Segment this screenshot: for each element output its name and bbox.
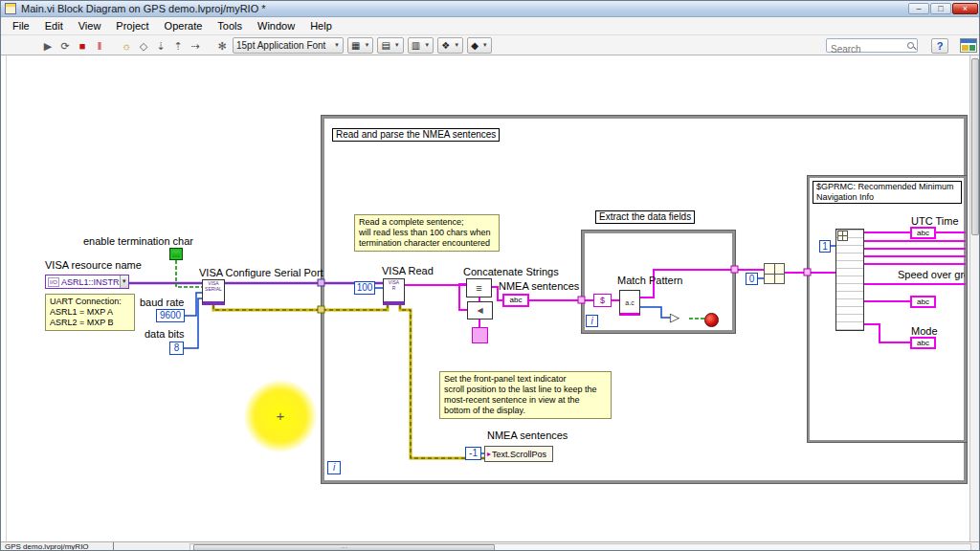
label-gprmc-title: $GPRMC: Recommended Minimum Navigation I… <box>813 181 962 204</box>
retain-wire-values-button[interactable]: ◇ <box>135 37 152 54</box>
chevron-down-icon[interactable]: ▼ <box>120 276 128 288</box>
help-button[interactable]: ? <box>931 38 948 54</box>
vertical-scrollbar[interactable] <box>969 55 979 541</box>
font-selector-dropdown[interactable]: 15pt Application Font ▼ <box>233 37 344 54</box>
match-pattern-node[interactable]: a.c <box>619 290 640 316</box>
loop-condition-terminal[interactable] <box>704 313 719 327</box>
chevron-down-icon: ▼ <box>364 42 369 48</box>
byte-count-constant[interactable]: 100 <box>354 281 375 295</box>
reorder-icon: ❖ <box>441 40 450 51</box>
search-box[interactable] <box>826 38 918 53</box>
label-concatenate-strings: Concatenate Strings <box>463 266 559 277</box>
abort-button[interactable]: ■ <box>74 37 91 54</box>
comment-scroll-position: Set the front-panel text indicator scrol… <box>439 371 612 419</box>
chevron-down-icon: ▼ <box>334 42 340 48</box>
label-extract-data-fields: Extract the data fields <box>595 210 695 224</box>
resize-objects-dropdown[interactable]: ▥ ▼ <box>408 37 434 54</box>
horizontal-scrollbar-thumb[interactable]: ··· <box>193 544 495 551</box>
gprmc-frame[interactable]: $GPRMC: Recommended Minimum Navigation I… <box>808 176 967 442</box>
distribute-objects-dropdown[interactable]: ▤ ▼ <box>377 37 403 54</box>
label-enable-termination-char: enable termination char <box>83 235 193 247</box>
label-utc-time: UTC Time <box>911 215 959 227</box>
highlight-execution-button[interactable]: ☼ <box>118 37 135 54</box>
label-baud-rate: baud rate <box>140 297 184 308</box>
vertical-scrollbar-thumb[interactable] <box>971 58 979 235</box>
feedback-node[interactable]: ◀ <box>467 301 493 320</box>
label-visa-resource-name: VISA resource name <box>45 259 142 271</box>
clean-up-diagram-button[interactable]: ✻ <box>213 37 231 54</box>
empty-string-constant[interactable] <box>472 327 488 343</box>
utc-time-terminal[interactable]: abc <box>910 227 936 239</box>
chevron-down-icon: ▼ <box>482 42 488 48</box>
labview-window: Main.vi Block Diagram on GPS demo.lvproj… <box>0 0 980 551</box>
resize-icon: ▥ <box>412 40 420 51</box>
visa-configure-serial-port-node[interactable]: VISA SERIAL <box>202 279 225 305</box>
mode-terminal[interactable]: abc <box>910 337 936 349</box>
index-one-constant[interactable]: 1 <box>819 240 831 253</box>
source-icon: ◆ <box>471 40 479 51</box>
visa-resource-constant[interactable]: I/O ASRL1::INSTR ▼ <box>45 275 129 289</box>
speed-terminal[interactable]: abc <box>910 296 936 308</box>
match-string-constant[interactable]: $ <box>593 294 612 307</box>
true-constant[interactable] <box>169 248 183 260</box>
window-title: Main.vi Block Diagram on GPS demo.lvproj… <box>21 3 266 14</box>
step-into-button[interactable]: ⇣ <box>152 37 169 54</box>
run-continuous-button[interactable]: ⟳ <box>56 37 74 54</box>
label-visa-read: VISA Read <box>382 265 434 276</box>
text-scrollpos-property-node[interactable]: ▸ Text.ScrollPos <box>484 446 553 462</box>
maximize-button[interactable]: □ <box>930 3 951 14</box>
menu-item-edit[interactable]: Edit <box>37 17 71 35</box>
comparison-node[interactable]: ▷ <box>670 310 679 324</box>
menu-item-operate[interactable]: Operate <box>157 17 211 35</box>
menu-item-help[interactable]: Help <box>302 17 340 35</box>
cursor-crosshair: + <box>277 408 285 424</box>
step-out-button[interactable]: ⇢ <box>187 37 204 54</box>
align-icon: ▦ <box>351 40 360 51</box>
comment-read-complete-sentence: Read a complete sentence; will read less… <box>354 214 500 252</box>
menu-item-view[interactable]: View <box>71 17 109 35</box>
close-button[interactable]: × <box>952 3 978 14</box>
window-controls: – □ × <box>908 3 978 14</box>
label-data-bits: data bits <box>145 328 185 340</box>
label-mode: Mode <box>911 325 938 337</box>
titlebar: Main.vi Block Diagram on GPS demo.lvproj… <box>1 1 980 17</box>
minimize-button[interactable]: – <box>908 3 929 14</box>
loop-iteration-terminal[interactable]: i <box>327 461 341 474</box>
array-grid-icon <box>837 231 848 241</box>
index-array-node[interactable] <box>764 263 785 284</box>
search-icon <box>907 42 914 49</box>
inner-loop-iteration-terminal[interactable]: i <box>586 315 598 327</box>
nmea-sentences-terminal[interactable]: abc <box>502 294 529 307</box>
align-objects-dropdown[interactable]: ▦ ▼ <box>347 37 373 54</box>
baud-rate-constant[interactable]: 9600 <box>156 309 185 322</box>
serial-icon-text: SERIAL <box>203 286 224 292</box>
unbundle-node[interactable] <box>835 229 864 331</box>
run-button[interactable]: ▶ <box>39 37 56 54</box>
visa-read-node[interactable]: VISA R <box>383 278 405 305</box>
source-dropdown[interactable]: ◆ ▼ <box>467 37 492 54</box>
scroll-neg-one-constant[interactable]: -1 <box>465 447 481 460</box>
comment-uart-connection: UART Connection: ASRL1 = MXP A ASRL2 = M… <box>45 294 135 331</box>
label-read-parse-nmea: Read and parse the NMEA sentences <box>332 128 500 142</box>
distribute-icon: ▤ <box>381 40 390 51</box>
label-nmea-sentences: NMEA sentences <box>499 280 579 292</box>
menu-item-window[interactable]: Window <box>250 17 302 35</box>
menu-item-file[interactable]: File <box>5 17 37 35</box>
property-node-label: Text.ScrollPos <box>492 450 546 459</box>
menu-item-tools[interactable]: Tools <box>210 17 250 35</box>
visa-resource-value: ASRL1::INSTR <box>61 277 120 287</box>
search-input[interactable] <box>827 43 900 55</box>
menu-item-project[interactable]: Project <box>108 17 156 35</box>
window-edge <box>6 55 7 541</box>
pause-button[interactable]: ‖ <box>91 37 108 54</box>
concatenate-strings-node[interactable]: ≡ <box>466 278 492 298</box>
project-tab[interactable]: GPS demo.lvproj/myRIO <box>1 542 114 551</box>
step-over-button[interactable]: ⇡ <box>169 37 187 54</box>
index-zero-constant[interactable]: 0 <box>746 273 758 285</box>
reorder-dropdown[interactable]: ❖ ▼ <box>437 37 463 54</box>
horizontal-scrollbar[interactable]: ··· <box>189 543 971 551</box>
data-bits-constant[interactable]: 8 <box>169 342 184 355</box>
show-front-panel-icon[interactable] <box>960 38 977 53</box>
chevron-down-icon: ▼ <box>454 42 459 48</box>
vi-icon <box>5 3 16 14</box>
